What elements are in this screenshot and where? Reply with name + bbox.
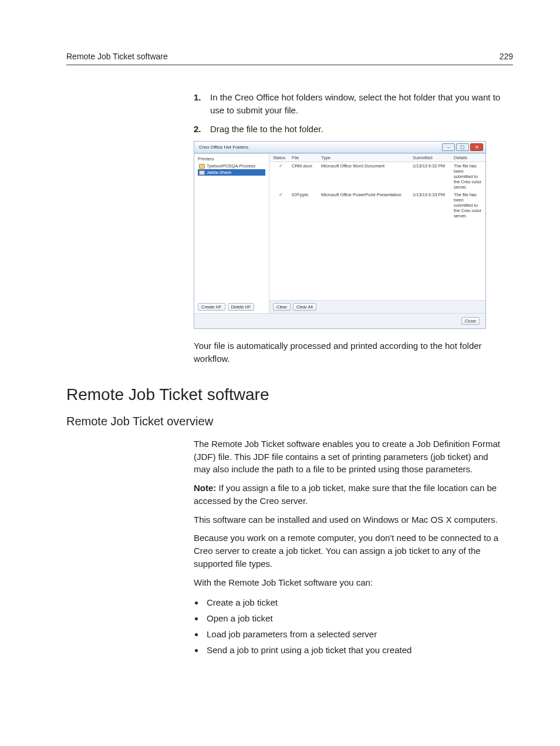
note-label: Note: bbox=[194, 483, 216, 493]
cell-file: IOP.pptx bbox=[292, 192, 318, 219]
list-item: Open a job ticket bbox=[204, 610, 505, 626]
step-2: 2. Drag the file to the hot folder. bbox=[194, 123, 505, 136]
window-titlebar: Creo Office Hot Folders – ▢ ✕ bbox=[194, 142, 485, 153]
step-text: Drag the file to the hot folder. bbox=[210, 123, 323, 136]
step-text: In the Creo Office hot folders window, s… bbox=[210, 91, 505, 117]
post-screenshot-text: Your file is automatically processed and… bbox=[194, 340, 505, 365]
check-icon: ✓ bbox=[273, 192, 288, 197]
hot-folders-window: Creo Office Hot Folders – ▢ ✕ Printers T… bbox=[194, 141, 486, 329]
col-details: Details bbox=[454, 155, 482, 160]
printer-item[interactable]: TpeixonPOSQA-Process bbox=[198, 163, 265, 169]
list-item: Create a job ticket bbox=[204, 594, 505, 610]
window-body: Printers TpeixonPOSQA-Process Jakita-Sha… bbox=[194, 153, 485, 313]
step-number: 1. bbox=[194, 91, 210, 117]
clear-all-button[interactable]: Clear All bbox=[293, 303, 316, 311]
jobs-panel-footer: Clear Clear All bbox=[269, 300, 485, 313]
jobs-table-header: Status File Type Submitted Details bbox=[269, 154, 485, 162]
heading-main: Remote Job Ticket software bbox=[66, 385, 513, 404]
cell-details: The file has been submitted to the Creo … bbox=[454, 163, 482, 190]
cell-type: Microsoft Office Word Document bbox=[321, 163, 409, 190]
jobs-table-rows: ✓ CRM.docx Microsoft Office Word Documen… bbox=[269, 162, 485, 300]
window-title: Creo Office Hot Folders bbox=[199, 145, 248, 150]
clear-button[interactable]: Clear bbox=[273, 303, 291, 311]
printers-heading: Printers bbox=[198, 156, 265, 162]
page: Remote Job Ticket software 229 1. In the… bbox=[0, 0, 560, 693]
folder-icon bbox=[199, 164, 205, 169]
cell-file: CRM.docx bbox=[292, 163, 318, 190]
close-button[interactable]: ✕ bbox=[470, 143, 483, 151]
page-header: Remote Job Ticket software 229 bbox=[66, 52, 513, 65]
paragraph-2: This software can be installed and used … bbox=[194, 513, 505, 526]
cell-submitted: 1/13/13 6:32 PM bbox=[413, 163, 450, 190]
col-file: File bbox=[292, 155, 318, 160]
step-1: 1. In the Creo Office hot folders window… bbox=[194, 91, 505, 117]
col-submitted: Submitted bbox=[413, 155, 450, 160]
paragraph-4: With the Remote Job Ticket software you … bbox=[194, 576, 505, 589]
cell-submitted: 1/13/13 6:33 PM bbox=[413, 192, 450, 219]
printer-item-selected[interactable]: Jakita-Share bbox=[198, 169, 265, 176]
delete-hf-button[interactable]: Delete HF bbox=[228, 303, 255, 311]
jobs-panel: Status File Type Submitted Details ✓ CRM… bbox=[269, 154, 485, 313]
cell-type: Microsoft Office PowerPoint Presentation bbox=[321, 192, 409, 219]
col-status: Status bbox=[273, 155, 288, 160]
step-number: 2. bbox=[194, 123, 210, 136]
create-hf-button[interactable]: Create HF bbox=[198, 303, 225, 311]
table-row[interactable]: ✓ CRM.docx Microsoft Office Word Documen… bbox=[269, 162, 485, 191]
printers-panel: Printers TpeixonPOSQA-Process Jakita-Sha… bbox=[194, 154, 269, 313]
paragraph-3: Because you work on a remote computer, y… bbox=[194, 532, 505, 570]
server-icon bbox=[199, 170, 205, 175]
table-row[interactable]: ✓ IOP.pptx Microsoft Office PowerPoint P… bbox=[269, 191, 485, 220]
printer-name: Jakita-Share bbox=[207, 170, 231, 175]
heading-sub: Remote Job Ticket overview bbox=[66, 415, 513, 428]
printer-panel-buttons: Create HF Delete HF bbox=[198, 300, 265, 311]
header-left: Remote Job Ticket software bbox=[66, 52, 168, 61]
close-window-button[interactable]: Close bbox=[461, 317, 480, 325]
note: Note: If you assign a file to a job tick… bbox=[194, 482, 505, 508]
window-footer: Close bbox=[194, 313, 485, 328]
screenshot-figure: Creo Office Hot Folders – ▢ ✕ Printers T… bbox=[194, 141, 486, 329]
minimize-button[interactable]: – bbox=[442, 143, 455, 151]
printer-name: TpeixonPOSQA-Process bbox=[207, 163, 255, 169]
overview-content: The Remote Job Ticket software enables y… bbox=[194, 438, 505, 658]
steps-block: 1. In the Creo Office hot folders window… bbox=[194, 91, 505, 365]
check-icon: ✓ bbox=[273, 163, 288, 169]
maximize-button[interactable]: ▢ bbox=[456, 143, 469, 151]
cell-details: The file has been submitted to the Creo … bbox=[454, 192, 482, 219]
list-item: Load job parameters from a selected serv… bbox=[204, 626, 505, 642]
col-type: Type bbox=[321, 155, 409, 160]
list-item: Send a job to print using a job ticket t… bbox=[204, 642, 505, 658]
feature-list: Create a job ticket Open a job ticket Lo… bbox=[194, 594, 505, 658]
note-body: If you assign a file to a job ticket, ma… bbox=[194, 483, 497, 506]
window-buttons: – ▢ ✕ bbox=[442, 143, 483, 151]
paragraph-1: The Remote Job Ticket software enables y… bbox=[194, 438, 505, 476]
page-number: 229 bbox=[500, 52, 513, 61]
